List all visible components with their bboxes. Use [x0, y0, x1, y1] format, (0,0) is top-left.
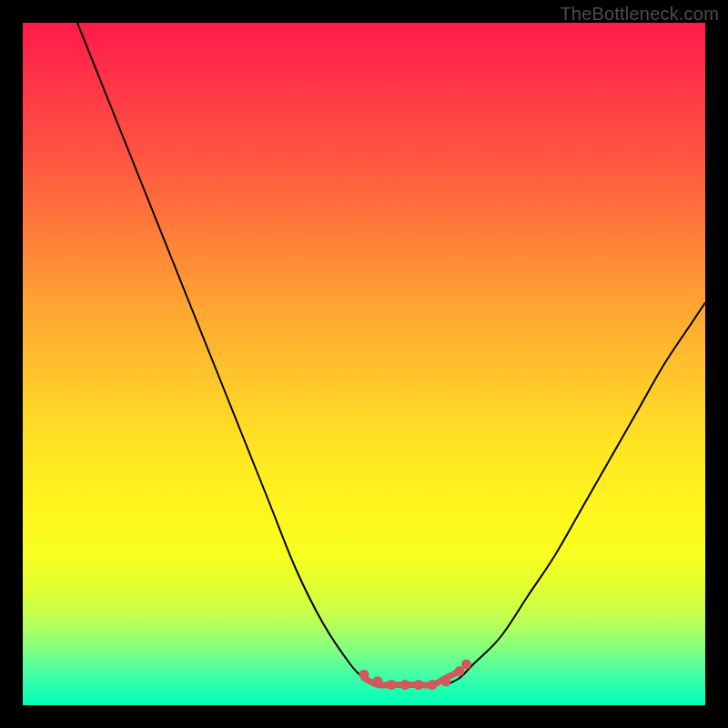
watermark-label: TheBottleneck.com: [560, 4, 719, 25]
bottom-dot: [428, 680, 438, 690]
bottom-dot: [441, 676, 451, 686]
plot-area: [23, 23, 705, 705]
bottom-dot: [387, 680, 397, 690]
bottom-dot: [414, 680, 424, 690]
right-curve: [446, 303, 705, 685]
left-curve: [77, 23, 391, 685]
curve-layer: [23, 23, 705, 705]
chart-frame: TheBottleneck.com: [0, 0, 728, 728]
bottom-dot: [461, 660, 471, 670]
bottom-dot: [400, 680, 410, 690]
bottom-dot: [373, 676, 383, 686]
bottom-dot: [359, 670, 369, 680]
